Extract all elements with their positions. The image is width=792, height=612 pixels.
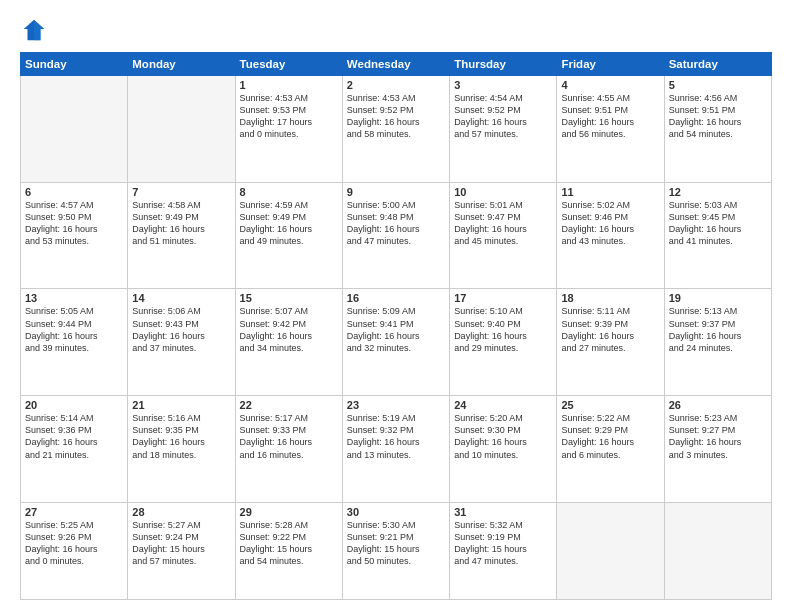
calendar-cell: 3Sunrise: 4:54 AM Sunset: 9:52 PM Daylig…: [450, 76, 557, 183]
day-info: Sunrise: 5:27 AM Sunset: 9:24 PM Dayligh…: [132, 519, 230, 568]
calendar-cell: 22Sunrise: 5:17 AM Sunset: 9:33 PM Dayli…: [235, 396, 342, 503]
day-number: 2: [347, 79, 445, 91]
calendar-header-tuesday: Tuesday: [235, 53, 342, 76]
day-number: 9: [347, 186, 445, 198]
day-info: Sunrise: 4:53 AM Sunset: 9:52 PM Dayligh…: [347, 92, 445, 141]
calendar-cell: 9Sunrise: 5:00 AM Sunset: 9:48 PM Daylig…: [342, 182, 449, 289]
day-number: 31: [454, 506, 552, 518]
day-info: Sunrise: 5:10 AM Sunset: 9:40 PM Dayligh…: [454, 305, 552, 354]
day-number: 29: [240, 506, 338, 518]
day-info: Sunrise: 4:56 AM Sunset: 9:51 PM Dayligh…: [669, 92, 767, 141]
day-number: 22: [240, 399, 338, 411]
day-number: 15: [240, 292, 338, 304]
day-number: 30: [347, 506, 445, 518]
day-number: 1: [240, 79, 338, 91]
day-info: Sunrise: 5:30 AM Sunset: 9:21 PM Dayligh…: [347, 519, 445, 568]
calendar-header-sunday: Sunday: [21, 53, 128, 76]
day-info: Sunrise: 4:55 AM Sunset: 9:51 PM Dayligh…: [561, 92, 659, 141]
day-info: Sunrise: 5:03 AM Sunset: 9:45 PM Dayligh…: [669, 199, 767, 248]
svg-marker-1: [34, 20, 44, 41]
day-info: Sunrise: 5:09 AM Sunset: 9:41 PM Dayligh…: [347, 305, 445, 354]
day-info: Sunrise: 4:54 AM Sunset: 9:52 PM Dayligh…: [454, 92, 552, 141]
calendar-week-2: 13Sunrise: 5:05 AM Sunset: 9:44 PM Dayli…: [21, 289, 772, 396]
calendar-cell: 10Sunrise: 5:01 AM Sunset: 9:47 PM Dayli…: [450, 182, 557, 289]
day-number: 6: [25, 186, 123, 198]
day-info: Sunrise: 5:06 AM Sunset: 9:43 PM Dayligh…: [132, 305, 230, 354]
calendar-week-3: 20Sunrise: 5:14 AM Sunset: 9:36 PM Dayli…: [21, 396, 772, 503]
calendar-cell: 17Sunrise: 5:10 AM Sunset: 9:40 PM Dayli…: [450, 289, 557, 396]
calendar-cell: 25Sunrise: 5:22 AM Sunset: 9:29 PM Dayli…: [557, 396, 664, 503]
calendar-cell: 13Sunrise: 5:05 AM Sunset: 9:44 PM Dayli…: [21, 289, 128, 396]
calendar-table: SundayMondayTuesdayWednesdayThursdayFrid…: [20, 52, 772, 600]
calendar-header-friday: Friday: [557, 53, 664, 76]
calendar-cell: 2Sunrise: 4:53 AM Sunset: 9:52 PM Daylig…: [342, 76, 449, 183]
day-info: Sunrise: 5:13 AM Sunset: 9:37 PM Dayligh…: [669, 305, 767, 354]
day-info: Sunrise: 5:02 AM Sunset: 9:46 PM Dayligh…: [561, 199, 659, 248]
calendar-cell: [557, 502, 664, 599]
day-number: 25: [561, 399, 659, 411]
calendar-cell: [128, 76, 235, 183]
day-number: 4: [561, 79, 659, 91]
calendar-cell: 12Sunrise: 5:03 AM Sunset: 9:45 PM Dayli…: [664, 182, 771, 289]
calendar-header-saturday: Saturday: [664, 53, 771, 76]
calendar-cell: 6Sunrise: 4:57 AM Sunset: 9:50 PM Daylig…: [21, 182, 128, 289]
day-info: Sunrise: 5:19 AM Sunset: 9:32 PM Dayligh…: [347, 412, 445, 461]
day-info: Sunrise: 4:53 AM Sunset: 9:53 PM Dayligh…: [240, 92, 338, 141]
calendar-cell: [664, 502, 771, 599]
day-info: Sunrise: 5:00 AM Sunset: 9:48 PM Dayligh…: [347, 199, 445, 248]
day-number: 8: [240, 186, 338, 198]
day-info: Sunrise: 5:28 AM Sunset: 9:22 PM Dayligh…: [240, 519, 338, 568]
day-number: 28: [132, 506, 230, 518]
day-number: 23: [347, 399, 445, 411]
page: SundayMondayTuesdayWednesdayThursdayFrid…: [0, 0, 792, 612]
day-info: Sunrise: 5:22 AM Sunset: 9:29 PM Dayligh…: [561, 412, 659, 461]
day-info: Sunrise: 5:20 AM Sunset: 9:30 PM Dayligh…: [454, 412, 552, 461]
day-info: Sunrise: 5:23 AM Sunset: 9:27 PM Dayligh…: [669, 412, 767, 461]
calendar-cell: 27Sunrise: 5:25 AM Sunset: 9:26 PM Dayli…: [21, 502, 128, 599]
calendar-cell: 11Sunrise: 5:02 AM Sunset: 9:46 PM Dayli…: [557, 182, 664, 289]
calendar-week-4: 27Sunrise: 5:25 AM Sunset: 9:26 PM Dayli…: [21, 502, 772, 599]
day-info: Sunrise: 4:58 AM Sunset: 9:49 PM Dayligh…: [132, 199, 230, 248]
day-number: 11: [561, 186, 659, 198]
calendar-cell: 21Sunrise: 5:16 AM Sunset: 9:35 PM Dayli…: [128, 396, 235, 503]
calendar-week-0: 1Sunrise: 4:53 AM Sunset: 9:53 PM Daylig…: [21, 76, 772, 183]
day-number: 5: [669, 79, 767, 91]
day-info: Sunrise: 5:32 AM Sunset: 9:19 PM Dayligh…: [454, 519, 552, 568]
day-number: 3: [454, 79, 552, 91]
calendar-cell: 14Sunrise: 5:06 AM Sunset: 9:43 PM Dayli…: [128, 289, 235, 396]
day-number: 14: [132, 292, 230, 304]
calendar-header-monday: Monday: [128, 53, 235, 76]
day-info: Sunrise: 5:25 AM Sunset: 9:26 PM Dayligh…: [25, 519, 123, 568]
day-number: 7: [132, 186, 230, 198]
day-info: Sunrise: 5:05 AM Sunset: 9:44 PM Dayligh…: [25, 305, 123, 354]
day-info: Sunrise: 5:07 AM Sunset: 9:42 PM Dayligh…: [240, 305, 338, 354]
calendar-cell: [21, 76, 128, 183]
day-number: 17: [454, 292, 552, 304]
calendar-cell: 5Sunrise: 4:56 AM Sunset: 9:51 PM Daylig…: [664, 76, 771, 183]
calendar-cell: 23Sunrise: 5:19 AM Sunset: 9:32 PM Dayli…: [342, 396, 449, 503]
day-info: Sunrise: 4:57 AM Sunset: 9:50 PM Dayligh…: [25, 199, 123, 248]
calendar-header-thursday: Thursday: [450, 53, 557, 76]
calendar-cell: 20Sunrise: 5:14 AM Sunset: 9:36 PM Dayli…: [21, 396, 128, 503]
day-number: 12: [669, 186, 767, 198]
day-number: 10: [454, 186, 552, 198]
calendar-cell: 24Sunrise: 5:20 AM Sunset: 9:30 PM Dayli…: [450, 396, 557, 503]
day-number: 24: [454, 399, 552, 411]
logo: [20, 16, 52, 44]
day-number: 26: [669, 399, 767, 411]
calendar-cell: 31Sunrise: 5:32 AM Sunset: 9:19 PM Dayli…: [450, 502, 557, 599]
day-number: 19: [669, 292, 767, 304]
calendar-week-1: 6Sunrise: 4:57 AM Sunset: 9:50 PM Daylig…: [21, 182, 772, 289]
day-number: 20: [25, 399, 123, 411]
calendar-cell: 30Sunrise: 5:30 AM Sunset: 9:21 PM Dayli…: [342, 502, 449, 599]
calendar-cell: 15Sunrise: 5:07 AM Sunset: 9:42 PM Dayli…: [235, 289, 342, 396]
calendar-cell: 8Sunrise: 4:59 AM Sunset: 9:49 PM Daylig…: [235, 182, 342, 289]
calendar-cell: 1Sunrise: 4:53 AM Sunset: 9:53 PM Daylig…: [235, 76, 342, 183]
day-info: Sunrise: 5:17 AM Sunset: 9:33 PM Dayligh…: [240, 412, 338, 461]
calendar-cell: 4Sunrise: 4:55 AM Sunset: 9:51 PM Daylig…: [557, 76, 664, 183]
day-info: Sunrise: 5:16 AM Sunset: 9:35 PM Dayligh…: [132, 412, 230, 461]
logo-icon: [20, 16, 48, 44]
day-number: 27: [25, 506, 123, 518]
day-info: Sunrise: 5:01 AM Sunset: 9:47 PM Dayligh…: [454, 199, 552, 248]
day-info: Sunrise: 5:14 AM Sunset: 9:36 PM Dayligh…: [25, 412, 123, 461]
